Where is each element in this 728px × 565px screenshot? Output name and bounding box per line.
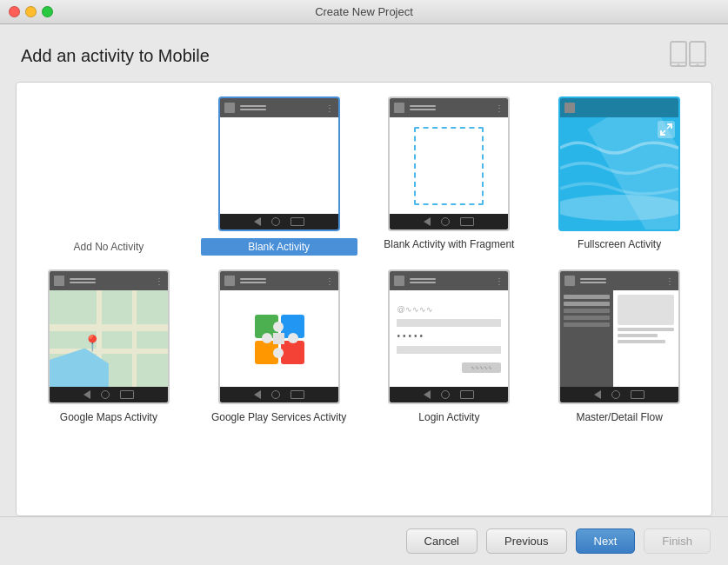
activity-item-login[interactable]: ⋮ @∿∿∿∿ ••••• ∿∿∿∿∿ — [371, 269, 528, 423]
activity-item-maps[interactable]: ⋮ 📍 Google Ma — [30, 269, 187, 423]
dialog-footer: Cancel Previous Next Finish — [0, 516, 728, 565]
svg-point-4 — [678, 64, 680, 67]
svg-rect-11 — [281, 341, 304, 364]
svg-rect-16 — [273, 333, 284, 344]
svg-line-6 — [667, 125, 671, 129]
close-button[interactable] — [9, 6, 20, 17]
activity-label-fullscreen: Fullscreen Activity — [578, 238, 661, 250]
activities-grid: Add No Activity ⋮ Blank Activity — [16, 82, 712, 516]
blank-activity-thumb: ⋮ — [218, 96, 340, 231]
mobile-icon — [669, 40, 707, 71]
svg-point-12 — [273, 322, 284, 332]
activity-item-playservices[interactable]: ⋮ — [201, 269, 357, 423]
titlebar: Create New Project — [0, 0, 728, 24]
activity-label-blank-fragment: Blank Activity with Fragment — [384, 238, 514, 250]
activity-item-add-no-activity[interactable]: Add No Activity — [30, 96, 187, 256]
activity-label-blank-activity: Blank Activity — [201, 238, 357, 256]
svg-point-5 — [697, 64, 699, 67]
page-title: Add an activity to Mobile — [21, 46, 210, 66]
activity-item-masterdetail[interactable]: ⋮ — [541, 269, 698, 423]
activity-label-add-no-activity: Add No Activity — [74, 241, 144, 253]
svg-point-14 — [262, 333, 272, 343]
maximize-button[interactable] — [42, 6, 53, 17]
activity-item-fullscreen[interactable]: Fullscreen Activity — [541, 96, 698, 256]
next-button[interactable]: Next — [576, 528, 636, 554]
page-header: Add an activity to Mobile — [0, 24, 728, 82]
activity-label-masterdetail: Master/Detail Flow — [576, 411, 662, 423]
login-activity-thumb: ⋮ @∿∿∿∿ ••••• ∿∿∿∿∿ — [388, 269, 510, 404]
svg-point-15 — [288, 333, 298, 343]
activity-label-login: Login Activity — [418, 411, 479, 423]
playservices-activity-thumb: ⋮ — [218, 269, 340, 404]
activity-label-maps: Google Maps Activity — [60, 411, 157, 423]
window-controls — [9, 6, 53, 17]
svg-line-7 — [662, 130, 665, 134]
minimize-button[interactable] — [25, 6, 37, 17]
finish-button: Finish — [644, 528, 711, 554]
window-title: Create New Project — [315, 5, 413, 18]
maps-activity-thumb: ⋮ 📍 — [48, 269, 170, 404]
activity-item-blank-fragment[interactable]: ⋮ Blank Activity with Fragment — [371, 96, 528, 256]
activities-content: Add No Activity ⋮ Blank Activity — [0, 82, 728, 516]
fullscreen-activity-thumb — [558, 96, 680, 231]
activity-item-blank-activity[interactable]: ⋮ Blank Activity — [201, 96, 357, 256]
puzzle-icon — [250, 310, 307, 367]
svg-point-13 — [273, 348, 284, 358]
fragment-activity-thumb: ⋮ — [388, 96, 510, 231]
masterdetail-activity-thumb: ⋮ — [558, 269, 680, 404]
cancel-button[interactable]: Cancel — [406, 528, 478, 554]
activity-label-playservices: Google Play Services Activity — [211, 411, 346, 423]
previous-button[interactable]: Previous — [486, 528, 567, 554]
